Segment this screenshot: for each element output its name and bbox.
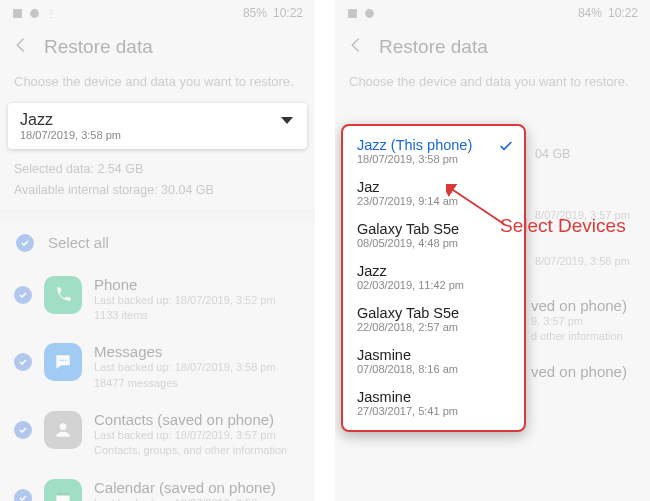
annotation-label: Select Devices	[500, 215, 626, 237]
battery-percent: 84%	[578, 6, 602, 20]
phone-right: 84% 10:22 Restore data Choose the device…	[335, 0, 650, 501]
selected-data-text: Selected data: 2.54 GB	[14, 159, 301, 180]
item-sub: 18477 messages	[94, 376, 301, 391]
item-sub: Last backed up: 18/07/2019, 3:58 pm	[94, 360, 301, 375]
item-title: Phone	[94, 276, 301, 293]
title-bar: Restore data	[335, 22, 650, 74]
available-storage-text: Available internal storage: 30.04 GB	[14, 180, 301, 201]
calendar-icon	[44, 479, 82, 501]
list-item[interactable]: Contacts (saved on phone) Last backed up…	[0, 401, 315, 469]
partial-text: ved on phone)	[531, 297, 636, 314]
phone-icon	[44, 276, 82, 314]
dropdown-item-name: Jasmine	[357, 347, 510, 363]
item-sub: 1133 items	[94, 308, 301, 323]
partial-text: 9, 3:57 pm	[531, 314, 636, 329]
svg-point-9	[365, 9, 374, 18]
dropdown-item-date: 22/08/2018, 2:57 am	[357, 321, 510, 333]
battery-percent: 85%	[243, 6, 267, 20]
item-sub: Last backed up: 18/07/2019, 3:57 pm	[94, 428, 301, 443]
svg-point-5	[60, 423, 67, 430]
status-bar: ⋮ 85% 10:22	[0, 0, 315, 22]
device-dropdown[interactable]: Jazz (This phone) 18/07/2019, 3:58 pm Ja…	[341, 124, 526, 432]
device-selector[interactable]: Jazz 18/07/2019, 3:58 pm	[8, 103, 307, 149]
dropdown-item-name: Jazz (This phone)	[357, 137, 510, 153]
select-all-label: Select all	[48, 234, 109, 251]
svg-rect-7	[56, 492, 69, 495]
partial-text: ved on phone)	[531, 363, 636, 380]
notif-icon	[12, 8, 23, 19]
dropdown-item-name: Galaxy Tab S5e	[357, 305, 510, 321]
contacts-icon	[44, 411, 82, 449]
dropdown-item-date: 18/07/2019, 3:58 pm	[357, 153, 510, 165]
svg-rect-0	[13, 9, 22, 18]
status-time: 10:22	[273, 6, 303, 20]
svg-line-10	[450, 188, 504, 224]
notif-dots: ⋮	[46, 8, 56, 19]
svg-point-4	[65, 360, 67, 362]
notif-icon	[347, 8, 358, 19]
back-icon[interactable]	[347, 36, 365, 58]
phone-left: ⋮ 85% 10:22 Restore data Choose the devi…	[0, 0, 315, 501]
partial-text: 04 GB	[535, 147, 636, 161]
select-all-row[interactable]: Select all	[0, 220, 315, 266]
page-title: Restore data	[379, 36, 488, 58]
checkbox-icon[interactable]	[14, 286, 32, 304]
selector-name: Jazz	[20, 111, 295, 129]
status-bar: 84% 10:22	[335, 0, 650, 22]
page-title: Restore data	[44, 36, 153, 58]
item-title: Contacts (saved on phone)	[94, 411, 301, 428]
checkbox-icon[interactable]	[14, 353, 32, 371]
messages-icon	[44, 343, 82, 381]
dropdown-item-date: 08/05/2019, 4:48 pm	[357, 237, 510, 249]
notif-icon	[29, 8, 40, 19]
partial-text: d other information	[531, 329, 636, 344]
svg-point-3	[62, 360, 64, 362]
dropdown-item-date: 27/03/2017, 5:41 pm	[357, 405, 510, 417]
checkbox-icon[interactable]	[14, 489, 32, 501]
dropdown-item[interactable]: Galaxy Tab S5e 22/08/2018, 2:57 am	[343, 298, 524, 340]
dropdown-item[interactable]: Jazz 02/03/2019, 11:42 pm	[343, 256, 524, 298]
page-subtitle: Choose the device and data you want to r…	[335, 74, 650, 101]
checkbox-icon[interactable]	[16, 234, 34, 252]
item-sub: Last backed up: 18/07/2019, 3:58 pm	[94, 496, 301, 501]
item-title: Messages	[94, 343, 301, 360]
list-item[interactable]: Messages Last backed up: 18/07/2019, 3:5…	[0, 333, 315, 401]
page-subtitle: Choose the device and data you want to r…	[0, 74, 315, 101]
restore-list: Phone Last backed up: 18/07/2019, 3:52 p…	[0, 266, 315, 502]
back-icon[interactable]	[12, 36, 30, 58]
item-sub: Last backed up: 18/07/2019, 3:52 pm	[94, 293, 301, 308]
partial-text: 8/07/2019, 3:58 pm	[535, 255, 636, 267]
title-bar: Restore data	[0, 22, 315, 74]
dropdown-item[interactable]: Jasmine 07/08/2018, 8:16 am	[343, 340, 524, 382]
checkbox-icon[interactable]	[14, 421, 32, 439]
list-item[interactable]: Phone Last backed up: 18/07/2019, 3:52 p…	[0, 266, 315, 334]
status-time: 10:22	[608, 6, 638, 20]
storage-info: Selected data: 2.54 GB Available interna…	[0, 159, 315, 202]
dropdown-item-name: Jasmine	[357, 389, 510, 405]
dropdown-item-date: 02/03/2019, 11:42 pm	[357, 279, 510, 291]
check-icon	[498, 138, 514, 154]
dropdown-arrow-icon	[281, 117, 293, 124]
dropdown-item-name: Jazz	[357, 263, 510, 279]
dropdown-item[interactable]: Jazz (This phone) 18/07/2019, 3:58 pm	[343, 130, 524, 172]
item-sub: Contacts, groups, and other information	[94, 443, 301, 458]
svg-rect-8	[348, 9, 357, 18]
svg-point-1	[30, 9, 39, 18]
item-title: Calendar (saved on phone)	[94, 479, 301, 496]
list-item[interactable]: Calendar (saved on phone) Last backed up…	[0, 469, 315, 501]
annotation-arrow-icon	[446, 184, 506, 226]
dropdown-item-date: 07/08/2018, 8:16 am	[357, 363, 510, 375]
dropdown-item[interactable]: Jasmine 27/03/2017, 5:41 pm	[343, 382, 524, 424]
notif-icon	[364, 8, 375, 19]
svg-point-2	[60, 360, 62, 362]
selector-date: 18/07/2019, 3:58 pm	[20, 129, 295, 141]
